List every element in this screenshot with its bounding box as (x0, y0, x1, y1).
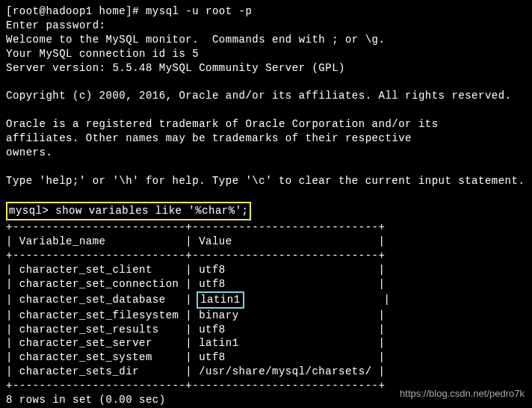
shell-prompt-line: [root@hadoop1 home]# mysql -u root -p (6, 4, 526, 19)
row-suffix: | (244, 294, 391, 306)
trademark-line-3: owners. (6, 146, 526, 160)
blank-line (6, 103, 526, 117)
trademark-line-2: affiliates. Other names may be trademark… (6, 132, 526, 146)
mysql-query-line[interactable]: mysql> show variables like '%char%'; (6, 202, 526, 220)
enter-password-line: Enter password: (6, 19, 526, 33)
table-row: | character_set_client | utf8 | (6, 263, 526, 277)
table-row: | character_set_connection | utf8 | (6, 277, 526, 291)
blank-line (6, 160, 526, 174)
welcome-line: Welcome to the MySQL monitor. Commands e… (6, 33, 526, 47)
table-border-top: +--------------------------+------------… (6, 220, 526, 235)
table-header: | Variable_name | Value | (6, 235, 526, 249)
table-row: | character_set_filesystem | binary | (6, 309, 526, 323)
table-row: | character_set_server | latin1 | (6, 336, 526, 350)
copyright-line: Copyright (c) 2000, 2016, Oracle and/or … (6, 89, 526, 103)
help-line: Type 'help;' or '\h' for help. Type '\c'… (6, 174, 526, 188)
table-row: | character_set_database | latin1 | (6, 291, 526, 309)
blank-line (6, 75, 526, 89)
table-row: | character_set_results | utf8 | (6, 323, 526, 337)
watermark: https://blog.csdn.net/pedro7k (400, 387, 525, 401)
table-row: | character_sets_dir | /usr/share/mysql/… (6, 365, 526, 379)
row-prefix: | character_set_database | (6, 294, 199, 306)
table-border-mid: +--------------------------+------------… (6, 249, 526, 263)
blank-line (6, 188, 526, 203)
value-highlight: latin1 (197, 291, 244, 309)
trademark-line-1: Oracle is a registered trademark of Orac… (6, 117, 526, 132)
query-highlight: mysql> show variables like '%char%'; (6, 202, 251, 220)
connection-id-line: Your MySQL connection id is 5 (6, 47, 526, 61)
table-row: | character_set_system | utf8 | (6, 350, 526, 365)
server-version-line: Server version: 5.5.48 MySQL Community S… (6, 61, 526, 75)
